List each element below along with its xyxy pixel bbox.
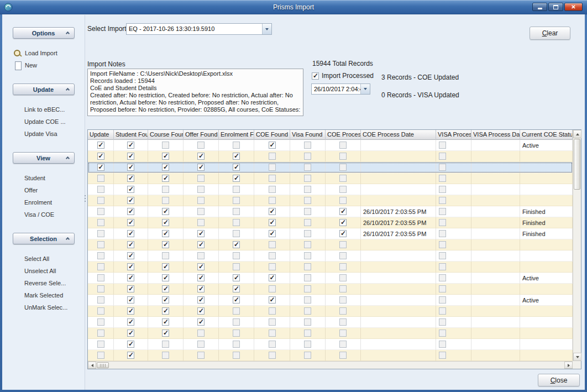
cell-checkbox[interactable] [326,217,361,228]
cell-checkbox[interactable] [88,140,114,151]
sidebar-item-mark-selected[interactable]: Mark Selected [2,289,85,301]
row-checkbox[interactable] [197,341,205,348]
sidebar-item-unselect-all[interactable]: Unselect All [2,265,85,277]
row-checkbox[interactable] [269,296,276,304]
cell-checkbox[interactable] [148,317,184,328]
cell-checkbox[interactable] [184,273,219,284]
cell-checkbox[interactable] [290,217,326,228]
row-checkbox[interactable] [339,296,347,304]
cell-checkbox[interactable] [326,306,361,317]
row-checkbox[interactable] [439,241,446,248]
sidebar-item-reverse-sele[interactable]: Reverse Sele... [2,277,85,289]
cell-checkbox[interactable] [436,184,471,195]
cell-checkbox[interactable] [436,206,471,217]
row-checkbox[interactable] [162,285,169,292]
cell-checkbox[interactable] [114,217,148,228]
cell-checkbox[interactable] [114,295,148,306]
cell-checkbox[interactable] [436,284,471,295]
row-checkbox[interactable] [304,330,311,337]
row-checkbox[interactable] [233,197,240,204]
row-checkbox[interactable] [304,197,311,204]
row-checkbox[interactable] [127,296,134,304]
row-checkbox[interactable] [97,307,104,315]
import-processed-checkbox[interactable] [312,72,319,80]
cell-checkbox[interactable] [290,206,326,217]
cell-checkbox[interactable] [148,339,184,350]
cell-checkbox[interactable] [114,262,148,273]
row-checkbox[interactable] [162,219,169,226]
row-checkbox[interactable] [197,252,205,259]
column-header-enrolment-fo[interactable]: Enrolment Fo [219,130,254,140]
row-checkbox[interactable] [197,241,205,248]
row-checkbox[interactable] [339,153,347,160]
row-checkbox[interactable] [162,230,169,237]
cell-checkbox[interactable] [148,228,184,239]
row-checkbox[interactable] [304,285,311,292]
row-checkbox[interactable] [197,263,205,270]
grid-row[interactable] [88,317,573,328]
row-checkbox[interactable] [269,252,276,259]
row-checkbox[interactable] [127,175,134,182]
row-checkbox[interactable] [127,153,134,160]
cell-checkbox[interactable] [254,339,290,350]
row-checkbox[interactable] [233,241,240,248]
row-checkbox[interactable] [439,186,446,193]
cell-checkbox[interactable] [148,295,184,306]
cell-checkbox[interactable] [436,262,471,273]
row-checkbox[interactable] [439,307,446,315]
row-checkbox[interactable] [269,219,276,226]
cell-checkbox[interactable] [114,184,148,195]
row-checkbox[interactable] [233,274,240,281]
row-checkbox[interactable] [304,241,311,248]
cell-checkbox[interactable] [184,284,219,295]
cell-checkbox[interactable] [290,239,326,250]
cell-checkbox[interactable] [219,206,254,217]
row-checkbox[interactable] [197,142,205,149]
cell-checkbox[interactable] [148,184,184,195]
row-checkbox[interactable] [127,285,134,292]
sidebar-item-new[interactable]: New [2,59,85,71]
cell-checkbox[interactable] [326,140,361,151]
cell-checkbox[interactable] [290,162,326,173]
row-checkbox[interactable] [339,197,347,204]
cell-checkbox[interactable] [88,306,114,317]
cell-checkbox[interactable] [184,206,219,217]
cell-checkbox[interactable] [114,206,148,217]
row-checkbox[interactable] [162,208,169,215]
sidebar-item-student[interactable]: Student [2,172,85,184]
cell-checkbox[interactable] [436,339,471,350]
cell-checkbox[interactable] [219,151,254,162]
cell-checkbox[interactable] [290,173,326,184]
row-checkbox[interactable] [339,241,347,248]
row-checkbox[interactable] [339,307,347,315]
row-checkbox[interactable] [127,164,134,171]
cell-checkbox[interactable] [254,295,290,306]
cell-checkbox[interactable] [254,195,290,206]
row-checkbox[interactable] [197,175,205,182]
row-checkbox[interactable] [162,164,169,171]
cell-checkbox[interactable] [148,350,184,361]
cell-checkbox[interactable] [219,184,254,195]
cell-checkbox[interactable] [436,162,471,173]
row-checkbox[interactable] [339,230,347,237]
cell-checkbox[interactable] [290,250,326,262]
cell-checkbox[interactable] [184,250,219,262]
cell-checkbox[interactable] [326,206,361,217]
row-checkbox[interactable] [197,208,205,215]
sidebar-item-visa-coe[interactable]: Visa / COE [2,208,85,221]
scroll-right-icon[interactable] [564,362,573,369]
cell-checkbox[interactable] [290,339,326,350]
cell-checkbox[interactable] [219,317,254,328]
row-checkbox[interactable] [339,285,347,292]
cell-checkbox[interactable] [219,306,254,317]
cell-checkbox[interactable] [114,317,148,328]
cell-checkbox[interactable] [88,339,114,350]
sidebar-item-unmark-selec[interactable]: UnMark Selec... [2,301,85,313]
cell-checkbox[interactable] [436,140,471,151]
row-checkbox[interactable] [269,341,276,348]
grid-row[interactable] [88,162,573,173]
cell-checkbox[interactable] [436,328,471,339]
row-checkbox[interactable] [304,341,311,348]
row-checkbox[interactable] [439,230,446,237]
row-checkbox[interactable] [339,352,347,359]
